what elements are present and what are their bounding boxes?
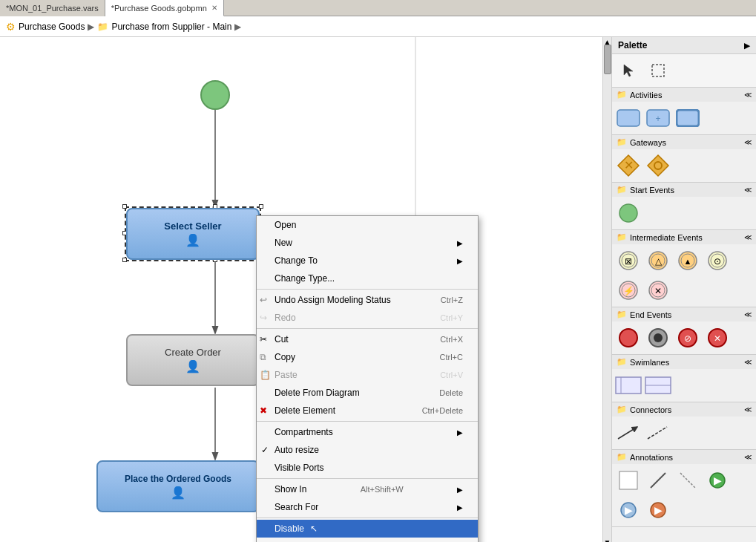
context-menu-copy[interactable]: ⧉ Copy Ctrl+C xyxy=(257,348,478,366)
breadcrumb-item-1[interactable]: Purchase Goods xyxy=(19,22,85,32)
task-item[interactable] xyxy=(615,105,642,131)
im-event-4[interactable]: ⊙ xyxy=(704,247,731,274)
im-event-5[interactable]: ⚡ xyxy=(615,277,642,304)
context-menu-open[interactable]: Open xyxy=(257,216,478,234)
context-menu-show-in[interactable]: Show In Alt+Shift+W ▶ xyxy=(257,480,478,498)
context-menu-auto-resize-label: Auto resize xyxy=(275,445,319,455)
inclusive-gw[interactable] xyxy=(645,152,671,179)
ann-item-4[interactable]: ▶ xyxy=(704,467,731,494)
im-event-6[interactable]: ✕ xyxy=(645,277,671,304)
canvas[interactable]: Select Seller 👤 ↗ Create Order 👤 Place t… xyxy=(0,37,611,542)
handle-tr[interactable] xyxy=(259,204,263,209)
end-event-4[interactable]: ✕ xyxy=(704,324,731,351)
ann-item-6[interactable]: ▶ xyxy=(645,497,671,523)
palette-section-swimlanes: 📁 Swimlanes ≪ xyxy=(612,355,756,402)
connectors-folder-icon: 📁 xyxy=(617,405,627,414)
task-select-seller[interactable]: Select Seller 👤 xyxy=(126,208,260,260)
select-tool[interactable] xyxy=(615,57,642,84)
lane-item[interactable] xyxy=(645,372,671,399)
ann-item-2[interactable] xyxy=(645,467,671,494)
svg-point-13 xyxy=(619,204,637,222)
swimlanes-label: Swimlanes xyxy=(630,358,669,367)
palette-section-gateways-header[interactable]: 📁 Gateways ≪ xyxy=(612,135,756,149)
svg-rect-39 xyxy=(616,377,641,394)
scrollbar-thumb[interactable] xyxy=(604,45,611,74)
palette-section-connectors-header[interactable]: 📁 Connectors ≪ xyxy=(612,402,756,417)
palette-header: Palette ▶ xyxy=(612,37,756,54)
pool-item[interactable] xyxy=(615,372,642,399)
task-create-order[interactable]: Create Order 👤 xyxy=(126,334,260,386)
end-events-collapse-icon[interactable]: ≪ xyxy=(744,310,752,319)
start-event[interactable] xyxy=(200,80,230,110)
intermediate-events-collapse-icon[interactable]: ≪ xyxy=(744,233,752,241)
context-menu-paste[interactable]: 📋 Paste Ctrl+V xyxy=(257,366,478,384)
context-menu-change-type[interactable]: Change Type... xyxy=(257,270,478,287)
palette-section-swimlanes-header[interactable]: 📁 Swimlanes ≪ xyxy=(612,355,756,369)
handle-bl[interactable] xyxy=(122,258,127,262)
svg-line-43 xyxy=(618,427,637,439)
task-create-order-icon: 👤 xyxy=(185,359,200,373)
palette-section-annotations-header[interactable]: 📁 Annotations ≪ xyxy=(612,450,756,464)
close-icon[interactable]: ✕ xyxy=(211,4,217,12)
subprocess-item[interactable]: + xyxy=(645,105,671,131)
context-menu-undo[interactable]: ↩ Undo Assign Modeling Status Ctrl+Z xyxy=(257,291,478,309)
palette-expand-icon[interactable]: ▶ xyxy=(744,42,750,50)
separator-5 xyxy=(257,517,478,518)
palette-section-end-events: 📁 End Events ≪ ⊘ ✕ xyxy=(612,307,756,355)
context-menu-new[interactable]: New ▶ xyxy=(257,234,478,252)
svg-text:⊘: ⊘ xyxy=(684,333,691,344)
im-event-3[interactable]: ▲ xyxy=(674,247,701,274)
svg-rect-4 xyxy=(652,65,664,76)
svg-rect-8 xyxy=(677,110,699,126)
ann-item-1[interactable] xyxy=(615,467,642,494)
start-events-collapse-icon[interactable]: ≪ xyxy=(744,186,752,194)
end-event-3[interactable]: ⊘ xyxy=(674,324,701,351)
palette-section-intermediate-events-header[interactable]: 📁 Intermediate Events ≪ xyxy=(612,230,756,244)
connectors-collapse-icon[interactable]: ≪ xyxy=(744,405,752,414)
swimlanes-collapse-icon[interactable]: ≪ xyxy=(744,358,752,366)
context-menu-compartments[interactable]: Compartments ▶ xyxy=(257,423,478,441)
context-menu-delete-element[interactable]: ✖ Delete Element Ctrl+Delete xyxy=(257,402,478,419)
task-place-order[interactable]: Place the Ordered Goods 👤 xyxy=(96,460,260,512)
msg-connector[interactable] xyxy=(645,419,671,446)
ann-item-5[interactable]: ▶ xyxy=(615,497,642,523)
gateways-collapse-icon[interactable]: ≪ xyxy=(744,138,752,146)
start-none-event[interactable] xyxy=(615,200,642,226)
exclusive-gw[interactable]: ✕ xyxy=(615,152,642,179)
handle-tl[interactable] xyxy=(122,204,127,209)
end-event-2[interactable] xyxy=(645,324,671,351)
context-menu-delete-from-diagram[interactable]: Delete From Diagram Delete xyxy=(257,384,478,402)
context-menu-auto-resize[interactable]: Auto resize xyxy=(257,441,478,459)
context-menu-redo[interactable]: ↪ Redo Ctrl+Y xyxy=(257,309,478,327)
seq-connector[interactable] xyxy=(615,419,642,446)
marquee-tool[interactable] xyxy=(645,57,671,84)
tab-vars[interactable]: *MON_01_Purchase.vars xyxy=(0,0,105,16)
tab-vars-label: *MON_01_Purchase.vars xyxy=(6,4,99,13)
vertical-scrollbar[interactable]: ▲ ▼ xyxy=(602,37,611,542)
scroll-down-btn[interactable]: ▼ xyxy=(603,538,611,542)
end-event-1[interactable] xyxy=(615,324,642,351)
context-menu-search-for[interactable]: Search For ▶ xyxy=(257,498,478,516)
tab-bpmn[interactable]: *Purchase Goods.gobpmn ✕ xyxy=(105,0,224,16)
context-menu-cut[interactable]: ✂ Cut Ctrl+X xyxy=(257,330,478,348)
palette-section-connectors: 📁 Connectors ≪ xyxy=(612,402,756,450)
context-menu-disable[interactable]: Disable ↖ xyxy=(257,520,478,538)
task-place-order-icon: 👤 xyxy=(171,486,185,500)
activities-collapse-icon[interactable]: ≪ xyxy=(744,91,752,99)
im-event-1[interactable]: ⊠ xyxy=(615,247,642,274)
ann-item-3[interactable] xyxy=(674,467,701,494)
call-activity-item[interactable] xyxy=(674,105,701,131)
annotations-collapse-icon[interactable]: ≪ xyxy=(744,453,752,461)
im-event-2[interactable]: △ xyxy=(645,247,671,274)
context-menu-visible-ports[interactable]: Visible Ports xyxy=(257,459,478,477)
svg-line-47 xyxy=(680,473,695,488)
palette-section-activities-header[interactable]: 📁 Activities ≪ xyxy=(612,88,756,102)
context-menu-change-to[interactable]: Change To ▶ xyxy=(257,252,478,270)
palette-section-start-events-header[interactable]: 📁 Start Events ≪ xyxy=(612,183,756,197)
palette-section-end-events-header[interactable]: 📁 End Events ≪ xyxy=(612,307,756,321)
breadcrumb-item-2[interactable]: Purchase from Supplier - Main xyxy=(111,22,231,32)
context-menu-enable[interactable]: Enable xyxy=(257,538,478,542)
palette-section-gateways: 📁 Gateways ≪ ✕ xyxy=(612,135,756,183)
activities-items: + xyxy=(612,102,756,134)
main-layout: Select Seller 👤 ↗ Create Order 👤 Place t… xyxy=(0,37,756,542)
